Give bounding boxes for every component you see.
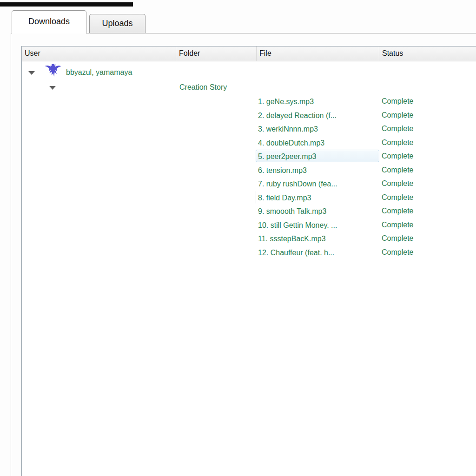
- file-status: Complete: [382, 122, 413, 136]
- tree-rows: bbyazul, yamamaya Creation Story 1. geNe…: [22, 65, 476, 259]
- file-status: Complete: [382, 94, 413, 108]
- file-status: Complete: [382, 177, 413, 191]
- folder-name: Creation Story: [179, 80, 227, 94]
- column-header-file[interactable]: File: [257, 46, 379, 61]
- file-name-cell[interactable]: 1. geNe.sys.mp3: [256, 95, 379, 107]
- file-name-cell[interactable]: 2. delayed Reaction (f...: [256, 109, 379, 121]
- file-status: Complete: [382, 163, 413, 177]
- file-row[interactable]: 10. still Gettin Money. ... Complete: [22, 218, 476, 232]
- file-row[interactable]: 7. ruby rushDown (fea... Complete: [22, 177, 476, 191]
- file-row[interactable]: 5. peer2peer.mp3 Complete: [22, 149, 476, 163]
- file-row[interactable]: 11. ssstepBacK.mp3 Complete: [22, 231, 476, 245]
- file-row[interactable]: 3. werkiNnnn.mp3 Complete: [22, 122, 476, 136]
- file-status: Complete: [382, 245, 413, 259]
- file-status: Complete: [382, 191, 413, 205]
- file-status: Complete: [382, 108, 413, 122]
- file-status: Complete: [382, 231, 413, 245]
- file-status: Complete: [382, 218, 413, 232]
- expander-down-icon[interactable]: [28, 71, 35, 75]
- expander-down-icon[interactable]: [49, 86, 56, 90]
- file-status: Complete: [382, 204, 413, 218]
- file-status: Complete: [382, 149, 413, 163]
- file-row[interactable]: 1. geNe.sys.mp3 Complete: [22, 94, 476, 108]
- user-row[interactable]: bbyazul, yamamaya: [22, 65, 476, 80]
- file-row[interactable]: 2. delayed Reaction (f... Complete: [22, 108, 476, 122]
- file-name-cell[interactable]: 3. werkiNnnn.mp3: [256, 122, 379, 135]
- file-name-cell[interactable]: 10. still Gettin Money. ...: [256, 218, 379, 231]
- file-name-cell[interactable]: 7. ruby rushDown (fea...: [256, 177, 379, 190]
- bird-icon: [45, 64, 62, 79]
- file-status: Complete: [382, 136, 413, 150]
- file-name-cell[interactable]: 6. tension.mp3: [256, 164, 379, 176]
- tab-uploads[interactable]: Uploads: [89, 14, 145, 33]
- file-row[interactable]: 6. tension.mp3 Complete: [22, 163, 476, 177]
- file-name-cell[interactable]: 11. ssstepBacK.mp3: [256, 232, 379, 245]
- column-header-user[interactable]: User: [22, 46, 176, 61]
- table-header: User Folder File Status: [22, 46, 476, 61]
- downloads-table: User Folder File Status bbyazul, yamamay…: [21, 46, 476, 476]
- tab-downloads[interactable]: Downloads: [12, 10, 86, 33]
- folder-row[interactable]: Creation Story: [22, 80, 476, 94]
- file-row[interactable]: 12. Chauffeur (feat. h... Complete: [22, 245, 476, 259]
- file-name-cell[interactable]: 8. field Day.mp3: [256, 191, 379, 204]
- file-name-cell[interactable]: 4. doubleDutch.mp3: [256, 136, 379, 149]
- file-name-cell[interactable]: 9. smoooth Talk.mp3: [256, 205, 379, 217]
- column-header-folder[interactable]: Folder: [176, 46, 257, 61]
- user-name: bbyazul, yamamaya: [66, 65, 132, 80]
- file-name-cell[interactable]: 12. Chauffeur (feat. h...: [256, 246, 379, 258]
- app-window: { "tabs": [ {"label": "Downloads", "acti…: [0, 0, 476, 476]
- window-top-bar: [0, 2, 133, 7]
- file-row[interactable]: 9. smoooth Talk.mp3 Complete: [22, 204, 476, 218]
- column-header-status[interactable]: Status: [379, 46, 476, 61]
- file-row[interactable]: 8. field Day.mp3 Complete: [22, 191, 476, 205]
- file-row[interactable]: 4. doubleDutch.mp3 Complete: [22, 136, 476, 150]
- file-name-cell[interactable]: 5. peer2peer.mp3: [256, 150, 379, 162]
